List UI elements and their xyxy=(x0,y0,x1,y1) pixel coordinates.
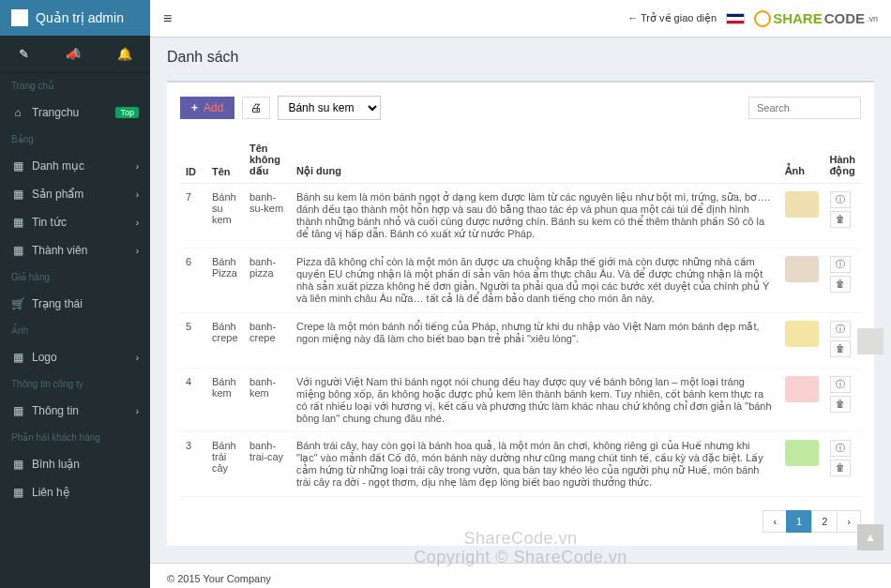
cell-actions: ⓘ🗑 xyxy=(824,249,862,313)
badge-top: Top xyxy=(115,107,139,118)
cell-content: Pizza đã không chỉ còn là một món ăn đượ… xyxy=(291,249,779,313)
sidebar-item-label: Trangchu xyxy=(32,106,79,119)
search-input[interactable] xyxy=(748,97,861,119)
cell-ten: Bánh su kem xyxy=(206,184,244,249)
info-button[interactable]: ⓘ xyxy=(830,256,851,273)
scroll-top-button[interactable]: ▲ xyxy=(857,524,883,550)
brand-title: Quản trị admin xyxy=(36,10,124,25)
table-icon: ▦ xyxy=(11,404,24,417)
cell-ten: Bánh crepe xyxy=(206,313,244,369)
cell-image xyxy=(779,249,824,313)
page-1[interactable]: 1 xyxy=(786,510,812,533)
thumbnail xyxy=(785,376,819,402)
topbar: ≡ ← Trở về giao diện SHARECODE.vn xyxy=(150,0,891,38)
box-toolbar: +Add 🖨 Bánh su kem xyxy=(180,96,861,120)
cell-content: Bánh su kem là món bánh ngọt ở dạng kem … xyxy=(291,184,779,249)
chevron-right-icon: › xyxy=(136,189,139,200)
sidebar-item-label: Thành viên xyxy=(32,244,87,257)
sidebar-item-danhmuc[interactable]: ▦Danh mục › xyxy=(0,152,150,180)
sidebar-item-label: Bình luận xyxy=(32,458,80,471)
sidebar-item-label: Trạng thái xyxy=(32,297,83,310)
chevron-right-icon: › xyxy=(136,353,139,363)
brand-logo-icon xyxy=(11,9,28,26)
cell-actions: ⓘ🗑 xyxy=(824,313,862,369)
cell-slug: banh-crepe xyxy=(244,313,291,369)
sidebar-item-tintuc[interactable]: ▦Tin tức › xyxy=(0,208,150,236)
hamburger-icon[interactable]: ≡ xyxy=(163,10,172,27)
table-row: 4Bánh kembanh-kemVới người Việt Nam thì … xyxy=(180,369,861,432)
category-select[interactable]: Bánh su kem xyxy=(278,96,381,120)
pagination: ‹ 1 2 › xyxy=(180,510,861,533)
th-id: ID xyxy=(180,137,206,184)
cell-content: Với người Việt Nam thì bánh ngọt nói chu… xyxy=(291,369,779,432)
table-icon: ▦ xyxy=(11,188,24,201)
content-box: +Add 🖨 Bánh su kem ID Tên Tên không dấu … xyxy=(167,81,874,546)
cell-image xyxy=(779,184,824,249)
bullhorn-icon[interactable]: 📣 xyxy=(66,47,81,61)
th-anh: Ảnh xyxy=(779,137,824,184)
cell-id: 3 xyxy=(180,432,206,497)
main: ≡ ← Trở về giao diện SHARECODE.vn Danh s… xyxy=(150,0,891,588)
table-row: 7Bánh su kembanh-su-kemBánh su kem là mó… xyxy=(180,184,861,249)
page-2[interactable]: 2 xyxy=(811,510,838,533)
flag-uk-icon[interactable] xyxy=(726,13,745,24)
swirl-icon xyxy=(754,10,771,27)
page-title: Danh sách xyxy=(150,38,891,77)
menu-header-thongtin: Thông tin công ty xyxy=(0,371,150,397)
side-widget[interactable] xyxy=(857,328,883,354)
cell-slug: banh-trai-cay xyxy=(244,432,291,497)
chevron-right-icon: › xyxy=(136,246,139,256)
cell-actions: ⓘ🗑 xyxy=(824,432,862,497)
sidebar-item-label: Danh mục xyxy=(32,159,84,173)
thumbnail xyxy=(785,440,819,466)
table-icon: ▦ xyxy=(11,351,24,364)
info-button[interactable]: ⓘ xyxy=(830,321,851,338)
table-row: 5Bánh crepebanh-crepeCrepe là một món bá… xyxy=(180,313,861,369)
table-icon: ▦ xyxy=(11,458,24,471)
sharecode-logo: SHARECODE.vn xyxy=(754,10,878,27)
info-button[interactable]: ⓘ xyxy=(830,440,851,457)
sidebar-item-thongtin[interactable]: ▦Thông tin › xyxy=(0,397,150,425)
menu-header-anh: Ảnh xyxy=(0,318,150,343)
delete-button[interactable]: 🗑 xyxy=(830,276,851,293)
cell-slug: banh-pizza xyxy=(244,249,291,313)
thumbnail xyxy=(785,321,819,347)
info-button[interactable]: ⓘ xyxy=(830,376,851,393)
print-button[interactable]: 🖨 xyxy=(242,97,270,119)
plus-icon: + xyxy=(191,101,198,114)
sidebar-item-logo[interactable]: ▦Logo › xyxy=(0,343,150,371)
sidebar-item-thanhvien[interactable]: ▦Thành viên › xyxy=(0,236,150,264)
sidebar-item-trangchu[interactable]: ⌂Trangchu Top xyxy=(0,98,150,127)
add-button[interactable]: +Add xyxy=(180,97,234,119)
th-hanhdong: Hành động xyxy=(824,137,862,184)
back-to-site-link[interactable]: ← Trở về giao diện xyxy=(627,12,717,24)
info-button[interactable]: ⓘ xyxy=(830,191,851,208)
cell-actions: ⓘ🗑 xyxy=(824,369,862,432)
th-slug: Tên không dấu xyxy=(244,137,291,184)
cell-id: 4 xyxy=(180,369,206,432)
delete-button[interactable]: 🗑 xyxy=(830,396,851,413)
table-row: 6Bánh Pizzabanh-pizzaPizza đã không chỉ … xyxy=(180,249,861,313)
cell-actions: ⓘ🗑 xyxy=(824,184,862,249)
dashboard-icon: ⌂ xyxy=(11,106,24,119)
thumbnail xyxy=(785,256,819,282)
th-noidung: Nội dung xyxy=(291,137,779,184)
page-prev[interactable]: ‹ xyxy=(763,510,787,533)
delete-button[interactable]: 🗑 xyxy=(830,211,851,228)
wand-icon[interactable]: ✎ xyxy=(19,47,29,61)
cell-ten: Bánh trái cây xyxy=(206,432,244,497)
data-table: ID Tên Tên không dấu Nội dung Ảnh Hành đ… xyxy=(180,137,861,497)
sidebar-item-sanpham[interactable]: ▦Sản phẩm › xyxy=(0,180,150,208)
bell-icon[interactable]: 🔔 xyxy=(117,47,132,61)
cart-icon: 🛒 xyxy=(11,297,24,310)
sidebar-item-binhluan[interactable]: ▦Bình luận xyxy=(0,450,150,478)
delete-button[interactable]: 🗑 xyxy=(830,340,851,357)
sidebar-item-trangthai[interactable]: 🛒Trạng thái xyxy=(0,290,150,318)
menu-header-bang: Bảng xyxy=(0,127,150,152)
sidebar-item-lienhe[interactable]: ▦Liên hệ xyxy=(0,478,150,506)
delete-button[interactable]: 🗑 xyxy=(830,460,851,476)
menu-header-giohang: Giỏ hàng xyxy=(0,264,150,290)
cell-id: 6 xyxy=(180,249,206,313)
sidebar-item-label: Thông tin xyxy=(32,404,79,417)
table-icon: ▦ xyxy=(11,486,24,499)
